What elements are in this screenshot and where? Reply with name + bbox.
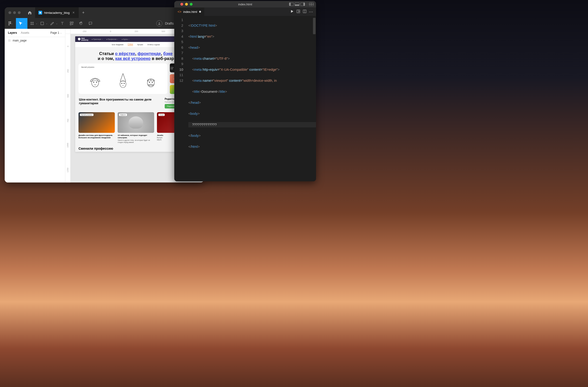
svg-point-9 bbox=[159, 22, 160, 23]
topnav-item: ●Практикум⌄ bbox=[92, 38, 103, 40]
card-label: Как всё устроено bbox=[81, 66, 165, 68]
pen-tool-icon[interactable] bbox=[47, 18, 57, 29]
home-button[interactable] bbox=[24, 11, 35, 15]
topnav-item: ●Курсы⌄ bbox=[122, 38, 129, 40]
subnav-item: Блог Академии bbox=[112, 44, 124, 45]
svg-rect-8 bbox=[70, 24, 71, 25]
figma-window: htmlacademy_blog × + ⌄ ⌄ ⌄ ⌄ ⌄ Drafts / … bbox=[5, 7, 204, 182]
svg-point-13 bbox=[120, 81, 126, 88]
svg-rect-3 bbox=[10, 22, 11, 23]
svg-rect-5 bbox=[41, 22, 43, 25]
resources-icon[interactable] bbox=[67, 18, 76, 29]
close-dot[interactable] bbox=[180, 3, 183, 6]
svg-rect-4 bbox=[10, 23, 11, 24]
split-editor-icon[interactable] bbox=[303, 9, 307, 14]
svg-point-15 bbox=[124, 83, 124, 84]
figma-file-icon bbox=[39, 11, 42, 15]
unsaved-dot-icon bbox=[199, 11, 201, 13]
svg-point-12 bbox=[96, 82, 97, 83]
article-card: Как всё устроеноДизайн-системы для фронт… bbox=[79, 112, 115, 143]
text-tool-icon[interactable] bbox=[58, 18, 67, 29]
html-file-icon: <> bbox=[178, 10, 181, 14]
vscode-titlebar[interactable]: index.html bbox=[174, 1, 316, 7]
figma-toolbar: ⌄ ⌄ ⌄ ⌄ ⌄ Drafts / htmlacadem bbox=[5, 18, 204, 29]
svg-rect-7 bbox=[72, 22, 73, 23]
toggle-panel-icon[interactable] bbox=[295, 2, 299, 6]
layer-item[interactable]: main_page bbox=[5, 37, 65, 44]
figma-menu-icon[interactable]: ⌄ bbox=[5, 18, 16, 29]
frame-tool-icon[interactable] bbox=[27, 18, 37, 29]
scrollbar-thumb[interactable] bbox=[313, 18, 315, 34]
shape-tool-icon[interactable] bbox=[38, 18, 47, 29]
figma-body: Layers Assets Page 1⌄ main_page -2500250… bbox=[5, 29, 204, 182]
figma-titlebar[interactable]: htmlacademy_blog × + bbox=[5, 7, 204, 18]
layout-buttons bbox=[289, 2, 314, 6]
subnav-item: Лучшее bbox=[137, 44, 143, 45]
figma-tab-label: htmlacademy_blog bbox=[44, 11, 70, 15]
code-editor[interactable]: 123456789101112 <!DOCTYPE html> <html la… bbox=[174, 16, 316, 181]
layers-panel: Layers Assets Page 1⌄ main_page bbox=[5, 29, 65, 182]
layer-label: main_page bbox=[13, 39, 26, 42]
editor-tab-label: index.html bbox=[183, 10, 197, 14]
svg-point-2 bbox=[8, 24, 10, 25]
toggle-sidebar-icon[interactable] bbox=[289, 2, 294, 6]
line-gutter: 123456789101112 bbox=[174, 16, 188, 181]
subnav-item: Отчёты о курсах bbox=[147, 44, 160, 45]
close-dot[interactable] bbox=[8, 11, 11, 14]
svg-point-10 bbox=[92, 79, 99, 87]
min-dot[interactable] bbox=[13, 11, 16, 14]
max-dot[interactable] bbox=[18, 11, 21, 14]
chevron-down-icon: ⌄ bbox=[60, 32, 62, 34]
svg-rect-6 bbox=[70, 22, 71, 23]
more-icon[interactable]: ··· bbox=[309, 9, 313, 14]
svg-point-1 bbox=[8, 23, 10, 24]
min-dot[interactable] bbox=[185, 3, 188, 6]
hero-link: фронтенде bbox=[138, 51, 161, 56]
tab-assets[interactable]: Assets bbox=[21, 31, 29, 34]
move-tool-icon[interactable] bbox=[16, 18, 25, 29]
vscode-window: index.html <> index.html ··· 12345678910… bbox=[174, 1, 316, 181]
faces-illustration bbox=[81, 70, 165, 91]
hand-tool-icon[interactable] bbox=[76, 18, 86, 29]
svg-point-14 bbox=[121, 83, 122, 84]
svg-point-17 bbox=[149, 82, 150, 83]
hero-link: о вёрстке bbox=[115, 51, 135, 56]
vscode-tabbar: <> index.html ··· bbox=[174, 7, 316, 16]
site-logo: html academy bbox=[78, 38, 88, 41]
max-dot[interactable] bbox=[190, 3, 192, 6]
svg-point-11 bbox=[93, 82, 94, 83]
svg-point-18 bbox=[152, 82, 152, 83]
preview-icon[interactable] bbox=[296, 9, 300, 14]
ruler-corner bbox=[65, 29, 70, 34]
close-icon[interactable]: × bbox=[71, 11, 75, 15]
page-selector[interactable]: Page 1⌄ bbox=[50, 31, 62, 34]
customize-layout-icon[interactable] bbox=[309, 2, 314, 6]
figma-tab[interactable]: htmlacademy_blog × bbox=[35, 7, 79, 18]
article-card: Новости13 чайников, которые подходят син… bbox=[118, 112, 154, 143]
topnav-item: ●Профессии⌄ bbox=[106, 38, 119, 40]
svg-point-20 bbox=[299, 11, 300, 12]
breadcrumb-parent[interactable]: Drafts bbox=[165, 22, 174, 25]
new-tab-button[interactable]: + bbox=[79, 10, 88, 15]
ruler-vertical: 025050075010001250 bbox=[65, 34, 70, 182]
toggle-secondary-icon[interactable] bbox=[300, 2, 305, 6]
hero-link: как всё устроено bbox=[115, 56, 151, 61]
subnav-item-active: Статьи bbox=[128, 43, 133, 46]
traffic-lights bbox=[177, 3, 196, 6]
avatar-icon[interactable] bbox=[156, 20, 162, 26]
traffic-lights bbox=[5, 11, 24, 14]
editor-tab[interactable]: <> index.html bbox=[174, 7, 205, 16]
run-icon[interactable] bbox=[290, 9, 294, 14]
featured-card: Как всё устроено bbox=[79, 64, 168, 94]
hero-link: бэке bbox=[163, 51, 173, 56]
svg-point-0 bbox=[8, 22, 10, 23]
comment-tool-icon[interactable] bbox=[86, 18, 95, 29]
tab-layers[interactable]: Layers bbox=[8, 31, 17, 34]
shock-headline: Шок-контент. Все программисты на самом д… bbox=[79, 98, 160, 106]
code-content[interactable]: <!DOCTYPE html> <html lang="en"> <head> … bbox=[188, 16, 316, 181]
